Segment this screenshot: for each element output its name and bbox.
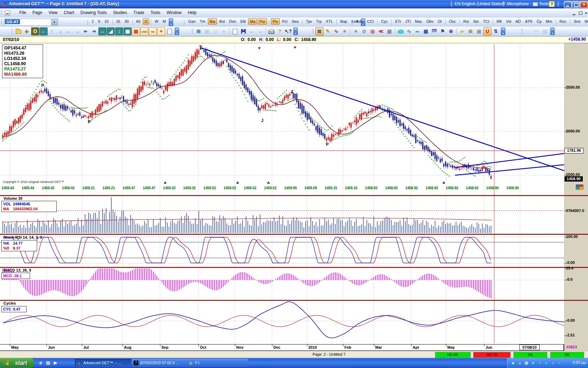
restore-button[interactable] xyxy=(572,1,580,8)
tray-icon-4[interactable]: ■ xyxy=(530,360,536,366)
study-button-pcl[interactable]: Pcl xyxy=(280,18,289,25)
magnet-icon[interactable]: U xyxy=(483,27,491,35)
timeframe-button-30[interactable]: 30 xyxy=(123,18,131,25)
elips-icon[interactable] xyxy=(397,27,405,35)
menu-tools[interactable]: Tools xyxy=(147,8,163,16)
scroll-right-icon[interactable]: → xyxy=(73,27,81,35)
open-folder-icon[interactable] xyxy=(14,27,22,35)
quick-launch-desktop-icon[interactable]: ▤ xyxy=(45,360,51,366)
toolbar-dropdown-icon[interactable] xyxy=(169,18,173,26)
step-right-icon[interactable]: ↠ xyxy=(90,27,98,35)
study-button-gan[interactable]: Gan xyxy=(187,18,197,25)
indicator-button-tci[interactable]: TCI xyxy=(481,18,491,25)
fib-icon[interactable]: FIB xyxy=(149,27,157,35)
chart-canvas[interactable]: ++++++++++++++++++++++++++++++++++++++++… xyxy=(0,43,588,344)
tray-icon-6[interactable]: ◈ xyxy=(544,360,549,366)
menu-window[interactable]: Window xyxy=(163,8,185,16)
child-minimize-button[interactable] xyxy=(571,11,577,16)
menu-chart[interactable]: Chart xyxy=(61,8,77,16)
toolbar-grip[interactable] xyxy=(192,29,193,34)
taskbar-clock[interactable]: 2:02 μμ xyxy=(572,360,586,364)
study-button-bia[interactable]: Bia xyxy=(208,18,217,25)
multi-window-icon[interactable]: ⊞ xyxy=(467,27,475,35)
close-button[interactable]: × xyxy=(580,1,588,8)
print-icon[interactable] xyxy=(267,27,275,35)
language-indicator[interactable]: EN English (United States) xyxy=(455,1,505,6)
menu-help[interactable]: Help xyxy=(185,8,200,16)
toolbar-grip[interactable] xyxy=(313,29,314,34)
crosshair-icon[interactable]: + xyxy=(157,27,165,35)
quick-launch-browser-icon[interactable]: e xyxy=(38,360,44,366)
tray-icon-3[interactable]: ▦ xyxy=(524,360,529,366)
timeframe-button-60[interactable]: 60 xyxy=(134,18,142,25)
menu-page[interactable]: Page xyxy=(29,8,46,16)
study-button-ellt[interactable]: Ellt xyxy=(239,18,247,25)
mob-icon[interactable] xyxy=(430,27,438,35)
language-bar-options[interactable] xyxy=(558,1,559,7)
indicator-button-sto[interactable]: Sto xyxy=(471,18,481,25)
toolbar-dropdown-icon[interactable] xyxy=(550,27,555,35)
chart-window-icon[interactable]: ⊞ xyxy=(195,27,203,35)
timeframe-button-d[interactable]: D xyxy=(143,18,149,25)
language-help-button[interactable]: ? xyxy=(549,1,555,7)
snap-scale-icon[interactable]: ⇅ xyxy=(492,27,500,35)
indicator-button-cp[interactable]: Cp xyxy=(535,18,543,25)
study-button-tm[interactable]: Tm xyxy=(198,18,207,25)
menu-drawing-tools[interactable]: Drawing Tools xyxy=(77,8,110,16)
indicator-button-wr[interactable]: Wr xyxy=(583,18,588,25)
tray-icon-1[interactable]: ◆ xyxy=(510,360,516,366)
copy-page-icon[interactable]: ▣ xyxy=(475,27,483,35)
timeframe-button-1[interactable]: 1 xyxy=(90,18,96,25)
timeframe-button-10[interactable]: 10 xyxy=(103,18,110,25)
target-circles-icon[interactable]: ◎ xyxy=(369,27,377,35)
step-left-icon[interactable]: ↞ xyxy=(82,27,90,35)
toolbar-grip[interactable] xyxy=(184,20,185,26)
compress-height-icon[interactable]: ↕ xyxy=(115,27,123,35)
esignal-logo-icon[interactable] xyxy=(576,184,583,190)
study-button-ma[interactable]: Ma xyxy=(248,18,257,25)
tray-icon-5[interactable]: ● xyxy=(537,360,542,366)
indicator-button-cyc[interactable]: Cyc xyxy=(379,18,390,25)
zoom-box-icon[interactable]: ◢ xyxy=(107,27,115,35)
study-button-xtl[interactable]: XTL xyxy=(324,18,335,25)
study-button-bap[interactable]: Bap xyxy=(338,18,349,25)
microphone-button[interactable]: Microphone xyxy=(507,1,529,6)
mob-grid-icon[interactable]: ▦ xyxy=(422,27,430,35)
study-button-don[interactable]: Don xyxy=(227,18,238,25)
option-scope-icon[interactable]: O xyxy=(31,27,39,35)
toolbar-grip[interactable] xyxy=(522,29,523,34)
chart-wizard-icon[interactable]: ◈ xyxy=(23,27,31,35)
page-edit-icon[interactable] xyxy=(166,27,174,35)
symbol-dropdown-icon[interactable]: ▼ xyxy=(51,19,57,25)
menu-studies[interactable]: Studies xyxy=(110,8,130,16)
indicator-button-srsi[interactable]: Srsi xyxy=(572,18,582,25)
back-arrow-icon[interactable]: ← xyxy=(40,27,48,35)
indicator-button-roc[interactable]: Roc xyxy=(558,18,568,25)
timeframe-button-m[interactable]: M xyxy=(161,18,168,25)
toolbar-dropdown-icon[interactable] xyxy=(175,27,179,35)
minimize-button[interactable] xyxy=(564,1,572,8)
dot-grid-icon[interactable]: ▦ xyxy=(132,27,140,35)
expand-box-icon[interactable]: ▣ xyxy=(124,27,132,35)
timeframe-button-15[interactable]: 15 xyxy=(114,18,122,25)
toolbar-grip[interactable] xyxy=(12,29,13,34)
timeframe-button-w[interactable]: W xyxy=(153,18,160,25)
indicator-button-oi[interactable]: OI xyxy=(436,18,443,25)
study-button-sea[interactable]: Sea xyxy=(290,18,300,25)
menu-view[interactable]: View xyxy=(46,8,61,16)
draw-pencil-icon[interactable]: ✎ xyxy=(324,27,332,35)
time-clock-icon[interactable]: ⊙ xyxy=(360,27,368,35)
scroll-up-icon[interactable]: ↑ xyxy=(48,27,56,35)
toolbar-grip[interactable] xyxy=(1,19,2,25)
tray-icon-8[interactable]: + xyxy=(557,360,562,366)
context-help-icon[interactable]: ↖? xyxy=(284,27,292,35)
highlight-marker-icon[interactable]: ▰ xyxy=(458,27,466,35)
taskbar-task-log-window-icon[interactable]: 7[07/02/2010 07:02:3 ... xyxy=(132,359,190,367)
tray-icon-2[interactable]: ▲ xyxy=(517,360,523,366)
child-window-icon[interactable] xyxy=(5,11,10,16)
toolbar-grip[interactable] xyxy=(352,20,353,26)
taskbar-task-drive-folder-icon[interactable]: ▤F:\ xyxy=(187,359,248,367)
indicator-button-adx[interactable]: Adx xyxy=(355,18,365,25)
help-icon[interactable]: ? xyxy=(276,27,284,35)
study-button-bol[interactable]: Bol xyxy=(218,18,227,25)
